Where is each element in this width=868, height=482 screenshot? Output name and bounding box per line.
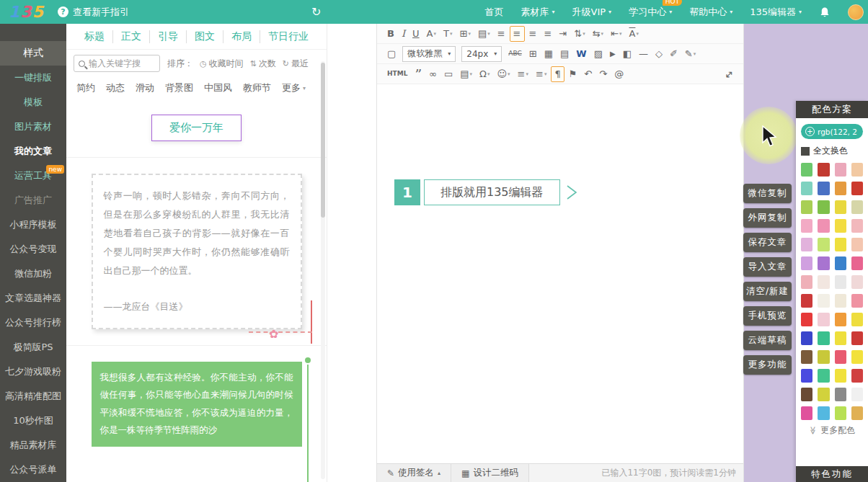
style-tag[interactable]: 动态	[106, 81, 125, 94]
color-swatch[interactable]	[801, 406, 812, 420]
color-swatch[interactable]	[801, 313, 812, 326]
color-swatch[interactable]	[818, 219, 829, 233]
color-swatch[interactable]	[851, 256, 863, 270]
format-painter-icon[interactable]: ✐	[667, 46, 681, 62]
color-swatch[interactable]	[801, 388, 812, 401]
tab-title[interactable]: 标题	[76, 30, 113, 43]
preview-window-icon[interactable]: ▭	[441, 66, 456, 82]
color-swatch[interactable]	[801, 163, 812, 177]
color-swatch[interactable]	[801, 182, 812, 195]
design-qrcode-button[interactable]: ▦ 设计二维码	[451, 464, 529, 482]
tab-body[interactable]: 正文	[113, 30, 150, 43]
border-style-icon[interactable]: ▤ ▾	[475, 26, 493, 42]
use-signature-button[interactable]: ✎ 使用签名 ▴	[377, 464, 451, 482]
font-family-select[interactable]: 微软雅黑 ▾	[402, 46, 456, 62]
cloud-draft-button[interactable]: 云端草稿	[743, 331, 792, 350]
import-article-button[interactable]: 导入文章	[743, 257, 792, 277]
table-icon[interactable]: ⊞	[526, 46, 540, 62]
sidebar-section-ads[interactable]: 广告推广	[0, 188, 66, 213]
paragraph-mark-icon[interactable]: ¶	[551, 66, 564, 82]
color-swatch[interactable]	[818, 313, 829, 326]
emoji-icon[interactable]: ☺ ▾	[495, 66, 513, 82]
font-size-select[interactable]: 24px ▾	[461, 46, 502, 62]
color-swatch[interactable]	[835, 331, 846, 345]
color-swatch[interactable]	[835, 219, 846, 233]
font-color-icon[interactable]: A ▾	[424, 26, 439, 42]
tab-layout[interactable]: 布局	[223, 30, 260, 43]
sidebar-item-styles[interactable]: 样式	[0, 41, 66, 66]
word-import-icon[interactable]: W	[573, 46, 589, 62]
sidebar-item-premium-materials[interactable]: 精品素材库	[0, 433, 66, 458]
color-swatch[interactable]	[851, 350, 863, 364]
color-swatch[interactable]	[801, 256, 812, 270]
color-swatch[interactable]	[835, 182, 846, 195]
style-preview-love[interactable]: 爱你一万年	[66, 99, 327, 158]
html-icon[interactable]: HTML	[384, 66, 410, 82]
more-functions-button[interactable]: 更多功能	[743, 355, 792, 375]
ordered-list-icon[interactable]: ≡ ▾	[515, 66, 531, 82]
color-swatch[interactable]	[818, 182, 829, 195]
color-swatch[interactable]	[835, 200, 846, 214]
chart-icon[interactable]: ▦	[541, 46, 556, 62]
color-swatch[interactable]	[818, 350, 829, 364]
beginner-guide-link[interactable]: ? 查看新手指引	[58, 6, 129, 19]
color-swatch[interactable]	[801, 294, 812, 308]
background-color-icon[interactable]: ⊞ ▾	[456, 26, 473, 42]
color-swatch[interactable]	[801, 331, 812, 345]
line-height-icon[interactable]: ⇅ ▾	[571, 26, 588, 42]
color-swatch[interactable]	[851, 182, 863, 195]
sidebar-item-operation-tools[interactable]: 运营工具 new	[0, 164, 66, 188]
bold-icon[interactable]: B	[384, 26, 397, 42]
sort-favorite-time[interactable]: ◷ 收藏时间	[200, 58, 244, 70]
hr-icon[interactable]: —	[636, 46, 651, 62]
clear-format-icon[interactable]: ◇	[652, 46, 665, 62]
color-swatch[interactable]	[835, 369, 846, 383]
color-swatch[interactable]	[851, 275, 863, 289]
green-style-box[interactable]: 我想很多人都有这种经验。你不能主动，你不能做任何事，你只能等他心血来潮问候几句的…	[92, 362, 302, 447]
sidebar-item-simple-ps[interactable]: 极简版PS	[0, 335, 66, 360]
scrollbar-track[interactable]	[321, 61, 325, 479]
color-swatch[interactable]	[818, 369, 829, 383]
undo-icon[interactable]: ↶	[581, 66, 595, 82]
color-swatch[interactable]	[801, 219, 812, 233]
more-colors-button[interactable]: ≫ 更多配色	[801, 420, 863, 440]
sidebar-item-images[interactable]: 图片素材	[0, 115, 66, 139]
sidebar-item-my-articles[interactable]: 我的文章	[0, 139, 66, 164]
image-icon[interactable]: ▨	[591, 46, 606, 62]
blockquote-icon[interactable]: ”	[412, 66, 425, 82]
color-swatch[interactable]	[801, 238, 812, 251]
video-icon[interactable]: ▶	[607, 46, 619, 62]
new-page-icon[interactable]: ▢	[384, 46, 399, 62]
sidebar-item-hd-images[interactable]: 高清精准配图	[0, 384, 66, 409]
color-swatch[interactable]	[818, 256, 829, 270]
color-swatch[interactable]	[818, 275, 829, 289]
sidebar-item-ranking[interactable]: 公众号排行榜	[0, 311, 66, 335]
color-swatch[interactable]	[801, 369, 812, 383]
color-swatch[interactable]	[851, 331, 863, 345]
logo-135[interactable]: 1 3 5	[9, 3, 43, 21]
tab-imagetext[interactable]: 图文	[187, 30, 223, 43]
avatar[interactable]	[848, 4, 864, 20]
redo-icon[interactable]: ↷	[596, 66, 610, 82]
clear-new-button[interactable]: 清空/新建	[743, 282, 792, 301]
love-style-box[interactable]: 爱你一万年	[151, 115, 242, 141]
full-text-recolor-toggle[interactable]: 全文换色	[801, 145, 863, 157]
color-swatch[interactable]	[818, 163, 829, 177]
color-swatch[interactable]	[851, 219, 863, 233]
link-icon[interactable]: ∞	[426, 66, 440, 82]
color-swatch[interactable]	[851, 369, 863, 383]
color-swatch[interactable]	[835, 256, 846, 270]
mention-icon[interactable]: @	[611, 66, 626, 82]
color-swatch[interactable]	[835, 294, 846, 308]
indent-icon[interactable]: ⇥	[556, 26, 570, 42]
sort-count[interactable]: ⇅ 次数	[250, 58, 276, 70]
align-right-icon[interactable]: ≡	[526, 26, 540, 42]
sidebar-item-miniprogram[interactable]: 小程序模板	[0, 213, 66, 237]
style-tag[interactable]: 简约	[76, 81, 95, 94]
color-swatch[interactable]	[801, 200, 812, 214]
sidebar-item-monetize[interactable]: 公众号变现	[0, 237, 66, 262]
styled-heading[interactable]: 1 排版就用135编辑器	[394, 179, 743, 205]
menu-learn[interactable]: 学习中心 ▾ HOT	[629, 6, 672, 19]
editor-content[interactable]: 1 排版就用135编辑器	[377, 86, 743, 463]
color-swatch[interactable]	[835, 313, 846, 326]
